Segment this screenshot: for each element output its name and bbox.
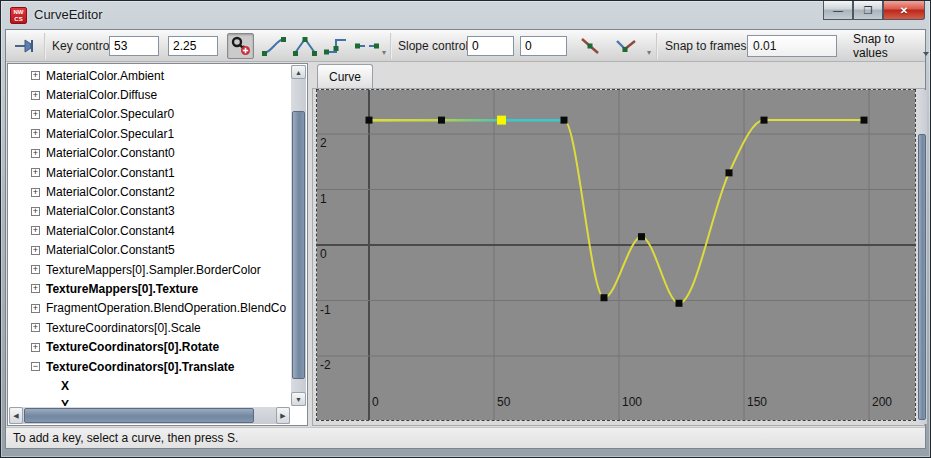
pin-icon xyxy=(14,36,38,56)
tree-item-label: X xyxy=(61,379,69,393)
tree-item[interactable]: +FragmentOperation.BlendOperation.BlendC… xyxy=(9,299,290,318)
graph-vertical-scrollbar[interactable] xyxy=(917,90,927,424)
key-value-input[interactable] xyxy=(168,36,218,56)
key-point[interactable] xyxy=(561,117,568,124)
step-curve-icon xyxy=(323,35,349,57)
key-point[interactable] xyxy=(638,233,645,240)
x-tick-label: 150 xyxy=(747,395,767,409)
expand-icon[interactable]: + xyxy=(31,265,40,274)
tree-item[interactable]: +TextureMappers[0].Sampler.BorderColor xyxy=(9,260,290,279)
expand-icon[interactable]: + xyxy=(31,91,40,100)
scroll-left-button[interactable]: ◀ xyxy=(9,407,23,424)
expand-icon[interactable]: + xyxy=(31,343,40,352)
add-key-button[interactable] xyxy=(227,33,254,59)
expand-icon[interactable]: + xyxy=(31,110,40,119)
expand-icon[interactable]: + xyxy=(31,168,40,177)
tree-item[interactable]: +MaterialColor.Constant5 xyxy=(9,241,290,260)
interp-flat-button[interactable] xyxy=(352,33,382,59)
tree-item-label: MaterialColor.Constant0 xyxy=(46,146,175,160)
tree-item[interactable]: +MaterialColor.Ambient xyxy=(9,66,290,85)
minimize-button[interactable]: — xyxy=(823,1,853,20)
tree-item[interactable]: X xyxy=(9,376,290,395)
expand-icon[interactable]: + xyxy=(31,188,40,197)
toolbar: Key control xyxy=(6,30,925,62)
interp-smooth-button[interactable] xyxy=(259,33,289,59)
expand-icon[interactable]: + xyxy=(31,246,40,255)
tree-item[interactable]: +MaterialColor.Constant1 xyxy=(9,163,290,182)
pin-keyframe-button[interactable] xyxy=(12,33,40,59)
scroll-down-button[interactable]: ▼ xyxy=(291,392,306,406)
expand-icon[interactable]: + xyxy=(31,323,40,332)
key-point[interactable] xyxy=(438,117,445,124)
snap-to-values-button[interactable]: Snap to values xyxy=(845,34,931,58)
chevron-down-icon xyxy=(923,52,929,56)
slope-out-input[interactable] xyxy=(520,36,567,56)
tree-item[interactable]: +TextureMappers[0].Texture xyxy=(9,279,290,298)
key-group-overflow-chevron[interactable]: ▾ xyxy=(382,48,386,57)
snap-to-frames-combobox[interactable]: 0.01 xyxy=(747,35,837,57)
expand-icon[interactable]: + xyxy=(31,129,40,138)
close-button[interactable]: ✕ xyxy=(883,1,925,20)
tree-item-label: MaterialColor.Specular1 xyxy=(46,127,174,141)
key-frame-input[interactable] xyxy=(109,36,159,56)
expand-icon[interactable]: + xyxy=(31,284,40,293)
expand-icon[interactable]: + xyxy=(31,149,40,158)
tree-item[interactable]: +MaterialColor.Diffuse xyxy=(9,85,290,104)
minimize-icon: — xyxy=(833,5,843,16)
tree-hscroll-thumb[interactable] xyxy=(24,408,254,423)
property-tree-panel: +MaterialColor.Ambient+MaterialColor.Dif… xyxy=(7,63,308,426)
scroll-up-button[interactable]: ▲ xyxy=(291,65,306,79)
expand-icon[interactable]: + xyxy=(31,71,40,80)
title-bar[interactable]: NW CS CurveEditor — ❐ ✕ xyxy=(1,1,930,29)
tree-item[interactable]: +MaterialColor.Constant2 xyxy=(9,182,290,201)
app-icon: NW CS xyxy=(10,7,27,24)
tree-item[interactable]: +MaterialColor.Constant0 xyxy=(9,144,290,163)
tab-curve[interactable]: Curve xyxy=(317,64,373,89)
tree-vscroll-thumb[interactable] xyxy=(292,111,305,379)
key-point[interactable] xyxy=(861,117,868,124)
interp-step-button[interactable] xyxy=(321,33,351,59)
tree-item[interactable]: +MaterialColor.Specular0 xyxy=(9,105,290,124)
expand-icon[interactable]: + xyxy=(31,226,40,235)
graph-vscroll-thumb[interactable] xyxy=(918,134,926,420)
tree-item-label: TextureCoordinators[0].Rotate xyxy=(46,340,219,354)
slope-break-button[interactable] xyxy=(609,33,643,59)
slope-linear-button[interactable] xyxy=(574,33,606,59)
smooth-curve-icon xyxy=(261,35,287,57)
tree-item[interactable]: +MaterialColor.Constant4 xyxy=(9,221,290,240)
y-tick-label: -1 xyxy=(320,303,331,317)
key-point[interactable] xyxy=(726,169,733,176)
key-point[interactable] xyxy=(601,294,608,301)
tree-item-label: MaterialColor.Diffuse xyxy=(46,88,157,102)
interp-linear-button[interactable] xyxy=(290,33,320,59)
tree-horizontal-scrollbar[interactable]: ◀ ▶ xyxy=(9,407,290,424)
curve-graph[interactable]: 210-1-2050100150200 xyxy=(317,90,915,420)
key-point[interactable] xyxy=(761,117,768,124)
tab-curve-label: Curve xyxy=(329,70,361,84)
slope-group-overflow-chevron[interactable]: ▾ xyxy=(647,48,651,57)
collapse-icon[interactable]: − xyxy=(31,362,40,371)
tree-item-label: MaterialColor.Constant2 xyxy=(46,185,175,199)
x-tick-label: 100 xyxy=(622,395,642,409)
tree-item[interactable]: +MaterialColor.Constant3 xyxy=(9,202,290,221)
slope-in-input[interactable] xyxy=(467,36,514,56)
expand-icon[interactable]: + xyxy=(31,207,40,216)
selected-key-point[interactable] xyxy=(497,116,506,125)
tree-item[interactable]: +TextureCoordinators[0].Scale xyxy=(9,318,290,337)
tree-item[interactable]: +TextureCoordinators[0].Rotate xyxy=(9,337,290,356)
tree-item[interactable]: −TextureCoordinators[0].Translate xyxy=(9,357,290,376)
tree-item-label: MaterialColor.Constant4 xyxy=(46,224,175,238)
x-tick-label: 200 xyxy=(872,395,892,409)
x-tick-label: 0 xyxy=(372,395,379,409)
scroll-right-button[interactable]: ▶ xyxy=(276,407,290,424)
tree-item-label: TextureCoordinators[0].Scale xyxy=(46,321,201,335)
maximize-icon: ❐ xyxy=(864,5,873,16)
animation-curve[interactable] xyxy=(369,120,864,303)
tree-item[interactable]: Y xyxy=(9,396,290,406)
maximize-button[interactable]: ❐ xyxy=(853,1,883,20)
key-point[interactable] xyxy=(366,117,373,124)
expand-icon[interactable]: + xyxy=(31,304,40,313)
tree-item[interactable]: +MaterialColor.Specular1 xyxy=(9,124,290,143)
tree-vertical-scrollbar[interactable]: ▲ ▼ xyxy=(291,65,306,406)
key-point[interactable] xyxy=(676,300,683,307)
